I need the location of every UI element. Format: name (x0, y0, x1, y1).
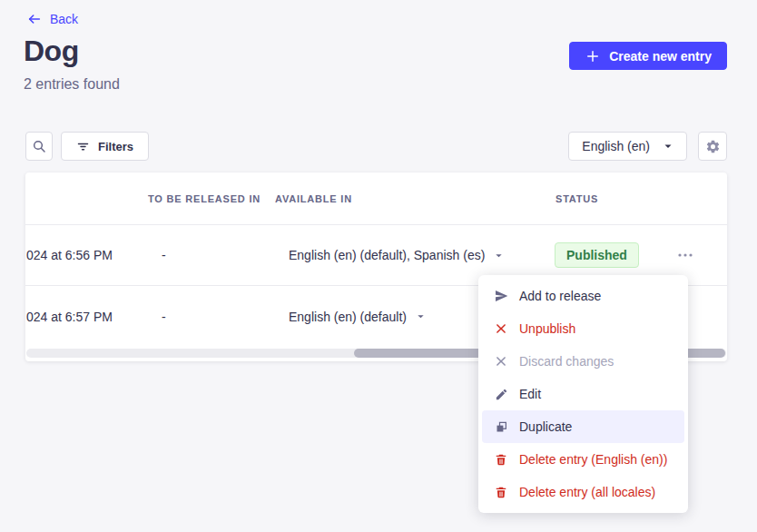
column-header-status[interactable]: STATUS (555, 172, 598, 225)
create-button-label: Create new entry (609, 49, 712, 64)
send-icon (493, 288, 509, 304)
locale-selected-value: English (en) (582, 139, 650, 153)
gear-icon (705, 139, 721, 154)
entries-count: 2 entries found (24, 76, 120, 93)
cell-available-in[interactable]: English (en) (default) (289, 287, 426, 346)
toolbar: Filters English (en) (25, 132, 727, 161)
column-header-to-be-released-in[interactable]: TO BE RELEASED IN (148, 172, 261, 225)
cell-to-be-released-in: - (162, 287, 166, 346)
search-button[interactable] (25, 132, 53, 161)
filter-icon (76, 140, 90, 153)
table-header-row: TO BE RELEASED IN AVAILABLE IN STATUS (25, 172, 727, 225)
content-manager-page: Back Dog 2 entries found Create new entr… (0, 0, 757, 532)
trash-icon (493, 484, 509, 500)
view-settings-button[interactable] (698, 132, 727, 161)
duplicate-icon (493, 419, 509, 435)
column-header-available-in[interactable]: AVAILABLE IN (275, 172, 352, 225)
arrow-left-icon (27, 12, 42, 26)
menu-item-discard-changes[interactable]: Discard changes (482, 345, 684, 378)
menu-item-unpublish[interactable]: Unpublish (482, 312, 684, 345)
menu-item-label: Unpublish (519, 321, 575, 336)
trash-icon (493, 451, 509, 468)
locale-select[interactable]: English (en) (568, 132, 687, 161)
page-title: Dog (24, 34, 79, 68)
cell-updated: 024 at 6:56 PM (26, 225, 113, 285)
cell-updated: 024 at 6:57 PM (26, 287, 113, 346)
menu-item-duplicate[interactable]: Duplicate (482, 410, 684, 443)
filters-button[interactable]: Filters (61, 132, 149, 161)
back-label: Back (50, 12, 78, 26)
back-link[interactable]: Back (27, 12, 78, 26)
plus-icon (585, 48, 601, 64)
caret-down-icon (416, 311, 426, 321)
cross-icon (493, 353, 509, 369)
cell-available-in[interactable]: English (en) (default), Spanish (es) (289, 225, 504, 285)
menu-item-delete-entry-locale[interactable]: Delete entry (English (en)) (482, 443, 684, 476)
menu-item-label: Delete entry (all locales) (519, 485, 655, 499)
menu-item-label: Discard changes (519, 354, 614, 369)
status-badge: Published (555, 242, 639, 268)
caret-down-icon (494, 251, 504, 261)
create-new-entry-button[interactable]: Create new entry (569, 42, 727, 70)
filters-label: Filters (98, 140, 133, 153)
row-actions-button[interactable] (671, 241, 700, 270)
row-actions-menu: Add to release Unpublish Discard changes… (478, 275, 688, 513)
menu-item-delete-entry-all-locales[interactable]: Delete entry (all locales) (482, 476, 684, 508)
menu-item-label: Delete entry (English (en)) (519, 452, 667, 467)
menu-item-add-to-release[interactable]: Add to release (482, 280, 684, 312)
menu-item-label: Add to release (519, 289, 601, 303)
menu-item-edit[interactable]: Edit (482, 378, 684, 410)
ellipsis-icon (678, 253, 693, 257)
available-in-value: English (en) (default), Spanish (es) (289, 248, 485, 262)
cross-icon (493, 320, 509, 337)
menu-item-label: Duplicate (519, 419, 572, 434)
available-in-value: English (en) (default) (289, 310, 407, 324)
search-icon (32, 139, 46, 153)
cell-to-be-released-in: - (162, 225, 166, 285)
menu-item-label: Edit (519, 387, 541, 401)
pencil-icon (493, 386, 509, 402)
caret-down-icon (663, 141, 673, 152)
